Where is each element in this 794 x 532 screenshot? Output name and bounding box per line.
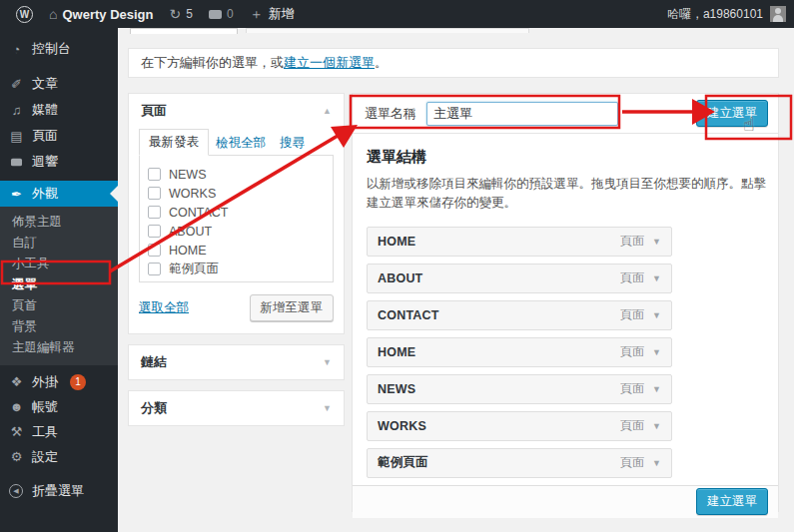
menu-name-input[interactable] (426, 102, 618, 126)
tab-search[interactable]: 搜尋 (273, 131, 312, 156)
pages-tabs: 最新發表 檢視全部 搜尋 (139, 129, 334, 156)
page-checkbox[interactable] (148, 168, 161, 181)
clipped-tab-manage-locations[interactable] (246, 28, 529, 33)
submenu-item-background[interactable]: 背景 (0, 316, 118, 337)
admin-sidebar: ◔ 控制台 ✐ 文章 ♫ 媒體 ▤ 頁面 迴響 ✒ 外觀 佈景主題 自訂 小工具… (0, 28, 118, 532)
submenu-item-themes[interactable]: 佈景主題 (0, 212, 118, 233)
new-content-button[interactable]: ＋ 新增 (242, 0, 303, 28)
submenu-item-theme-editor[interactable]: 主題編輯器 (0, 337, 118, 358)
sidebar-item-users[interactable]: ☻ 帳號 (0, 394, 118, 419)
comment-bubble-icon (209, 10, 222, 19)
page-check-item: 範例頁面 (148, 260, 325, 278)
page-checkbox[interactable] (148, 244, 161, 257)
tab-most-recent[interactable]: 最新發表 (139, 129, 209, 156)
categories-postbox: 分類 ▼ (128, 390, 345, 426)
menu-editor-footer: 建立選單 (353, 485, 778, 518)
links-postbox-header[interactable]: 鏈結 ▼ (129, 345, 344, 379)
appearance-brush-icon: ✒ (9, 187, 24, 202)
links-postbox: 鏈結 ▼ (128, 344, 345, 380)
menu-item-about[interactable]: ABOUT 頁面▼ (367, 264, 672, 293)
wordpress-logo-button[interactable]: W (8, 0, 41, 28)
page-checkbox[interactable] (148, 187, 161, 200)
page-checkbox[interactable] (148, 225, 161, 238)
admin-bar: W ⌂ Qwerty Design ↻ 5 0 ＋ 新增 哈囉，a1986010… (0, 0, 794, 28)
pages-checklist: NEWS WORKS CONTACT ABOUT (139, 155, 334, 282)
pages-postbox-header[interactable]: 頁面 ▲ (129, 94, 344, 128)
page-item-label: NEWS (169, 168, 207, 182)
pages-postbox-title: 頁面 (141, 102, 167, 120)
notice-text: 在下方編輯你的選單，或 (141, 54, 284, 72)
sidebar-item-label: 文章 (32, 75, 58, 93)
page-item-label: CONTACT (169, 206, 229, 220)
sidebar-item-media[interactable]: ♫ 媒體 (0, 97, 118, 123)
sidebar-item-appearance[interactable]: ✒ 外觀 (0, 181, 118, 207)
pages-icon: ▤ (9, 129, 24, 144)
user-avatar[interactable] (770, 6, 786, 22)
select-all-link[interactable]: 選取全部 (139, 299, 189, 316)
page-check-item: CONTACT (148, 203, 325, 222)
sidebar-item-collapse-menu[interactable]: ◀ 折疊選單 (0, 478, 118, 504)
categories-postbox-header[interactable]: 分類 ▼ (129, 391, 344, 425)
user-greeting[interactable]: 哈囉，a19860101 (667, 6, 763, 23)
create-menu-button-top[interactable]: 建立選單 (696, 100, 768, 127)
menu-item-type: 頁面 (620, 343, 644, 360)
menu-item-works[interactable]: WORKS 頁面▼ (367, 411, 672, 441)
menu-item-home-2[interactable]: HOME 頁面▼ (367, 337, 672, 367)
menu-structure-title: 選單結構 (367, 148, 764, 167)
clipped-tab-edit-menus[interactable] (130, 28, 238, 34)
site-name-link[interactable]: ⌂ Qwerty Design (41, 0, 162, 28)
expand-toggle-icon[interactable]: ▼ (323, 357, 332, 367)
sidebar-item-plugins[interactable]: ❖ 外掛 1 (0, 369, 118, 394)
sidebar-item-posts[interactable]: ✐ 文章 (0, 71, 118, 97)
page-checkbox[interactable] (148, 206, 161, 219)
sidebar-item-label: 工具 (32, 423, 58, 441)
add-to-menu-button[interactable]: 新增至選單 (250, 294, 335, 321)
chevron-down-icon[interactable]: ▼ (652, 421, 661, 431)
menu-item-type: 頁面 (620, 380, 644, 397)
sidebar-item-label: 控制台 (32, 40, 71, 58)
pin-icon: ✐ (9, 77, 24, 92)
menu-item-label: CONTACT (378, 308, 439, 322)
appearance-submenu: 佈景主題 自訂 小工具 選單 頁首 背景 主題編輯器 (0, 207, 118, 365)
submenu-item-customize[interactable]: 自訂 (0, 233, 118, 254)
collapse-toggle-icon[interactable]: ▲ (323, 106, 332, 116)
chevron-down-icon[interactable]: ▼ (652, 384, 661, 394)
sidebar-item-dashboard[interactable]: ◔ 控制台 (0, 36, 118, 62)
updates-button[interactable]: ↻ 5 (162, 0, 201, 28)
menu-item-news[interactable]: NEWS 頁面▼ (367, 374, 672, 404)
submenu-item-menus[interactable]: 選單 (0, 274, 118, 295)
main-content: 在下方編輯你的選單，或建立一個新選單。 頁面 ▲ 最新發表 檢視全部 搜尋 NE… (118, 28, 794, 532)
chevron-down-icon[interactable]: ▼ (652, 273, 661, 283)
chevron-down-icon[interactable]: ▼ (652, 237, 661, 247)
sidebar-item-pages[interactable]: ▤ 頁面 (0, 123, 118, 149)
tab-view-all[interactable]: 檢視全部 (209, 131, 273, 156)
menu-name-label: 選單名稱 (365, 105, 416, 123)
sidebar-item-settings[interactable]: ⚙ 設定 (0, 444, 118, 469)
create-menu-button-bottom[interactable]: 建立選單 (696, 488, 768, 515)
menu-item-label: NEWS (378, 382, 415, 396)
menu-item-label: HOME (378, 235, 415, 249)
menu-item-type: 頁面 (620, 233, 644, 250)
dashboard-icon: ◔ (9, 42, 24, 57)
create-new-menu-link[interactable]: 建立一個新選單 (284, 54, 375, 72)
page-checkbox[interactable] (148, 263, 161, 275)
chevron-down-icon[interactable]: ▼ (652, 310, 661, 320)
menu-items-column: 頁面 ▲ 最新發表 檢視全部 搜尋 NEWS WORKS (128, 93, 345, 436)
chevron-down-icon[interactable]: ▼ (652, 347, 661, 357)
menu-editor-panel: 選單名稱 建立選單 選單結構 以新增或移除項目來編輯你的預設選單。拖曳項目至你想… (352, 93, 779, 512)
menu-item-type: 頁面 (620, 306, 644, 323)
menu-item-sample-page[interactable]: 範例頁面 頁面▼ (367, 448, 672, 478)
plugin-icon: ❖ (9, 374, 24, 389)
submenu-item-header[interactable]: 頁首 (0, 295, 118, 316)
comments-button[interactable]: 0 (201, 0, 242, 28)
tools-icon: ⚒ (9, 424, 24, 439)
sidebar-item-comments[interactable]: 迴響 (0, 149, 118, 175)
expand-toggle-icon[interactable]: ▼ (323, 403, 332, 413)
media-icon: ♫ (9, 103, 24, 118)
menu-item-home[interactable]: HOME 頁面▼ (367, 227, 672, 257)
update-icon: ↻ (170, 7, 182, 21)
chevron-down-icon[interactable]: ▼ (652, 458, 661, 468)
menu-item-contact[interactable]: CONTACT 頁面▼ (367, 300, 672, 330)
sidebar-item-tools[interactable]: ⚒ 工具 (0, 419, 118, 444)
submenu-item-widgets[interactable]: 小工具 (0, 254, 118, 274)
